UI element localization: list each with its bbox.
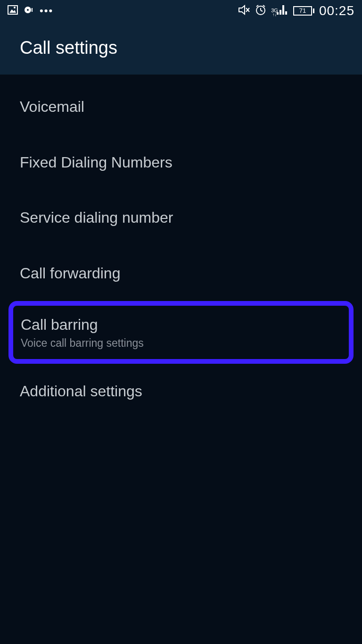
status-bar: ••• 3G ↑↓ <box>0 0 362 21</box>
settings-list: Voicemail Fixed Dialing Numbers Service … <box>0 75 362 419</box>
highlight-box: Call barring Voice call barring settings <box>8 301 354 364</box>
item-title: Service dialing number <box>20 208 342 228</box>
svg-point-2 <box>14 7 16 8</box>
settings-item-fixed-dialing-numbers[interactable]: Fixed Dialing Numbers <box>0 135 362 191</box>
svg-rect-5 <box>32 8 33 12</box>
network-indicator: 3G ↑↓ <box>271 5 288 17</box>
svg-line-12 <box>256 5 258 7</box>
app-header: Call settings <box>0 21 362 75</box>
battery-level: 71 <box>299 7 306 14</box>
svg-rect-16 <box>282 5 284 15</box>
settings-item-additional-settings[interactable]: Additional settings <box>0 364 362 419</box>
status-time: 00:25 <box>319 3 354 18</box>
svg-rect-0 <box>8 6 17 14</box>
settings-item-call-barring[interactable]: Call barring Voice call barring settings <box>13 306 349 359</box>
svg-rect-14 <box>277 12 279 15</box>
status-right-icons: 3G ↑↓ 71 00:25 <box>238 3 354 18</box>
item-subtitle: Voice call barring settings <box>21 337 341 350</box>
alarm-icon <box>255 4 266 17</box>
item-title: Call barring <box>21 315 341 335</box>
signal-icon <box>276 5 288 17</box>
svg-line-13 <box>263 5 265 7</box>
page-title: Call settings <box>20 38 117 58</box>
settings-item-service-dialing-number[interactable]: Service dialing number <box>0 190 362 246</box>
item-title: Fixed Dialing Numbers <box>20 153 342 173</box>
svg-rect-15 <box>280 10 281 15</box>
svg-rect-17 <box>285 11 287 15</box>
item-title: Additional settings <box>20 382 342 401</box>
status-left-icons: ••• <box>8 5 53 17</box>
disc-icon <box>24 5 34 17</box>
svg-line-11 <box>261 10 263 11</box>
battery-indicator: 71 <box>293 6 314 16</box>
item-title: Call forwarding <box>20 264 342 284</box>
item-title: Voicemail <box>20 97 342 117</box>
settings-item-voicemail[interactable]: Voicemail <box>0 79 362 135</box>
picture-icon <box>8 5 18 17</box>
svg-marker-6 <box>239 6 245 14</box>
more-dots-icon: ••• <box>40 5 53 17</box>
mute-icon <box>238 5 250 17</box>
settings-item-call-forwarding[interactable]: Call forwarding <box>0 246 362 301</box>
svg-point-4 <box>27 9 29 11</box>
svg-marker-1 <box>9 9 16 13</box>
